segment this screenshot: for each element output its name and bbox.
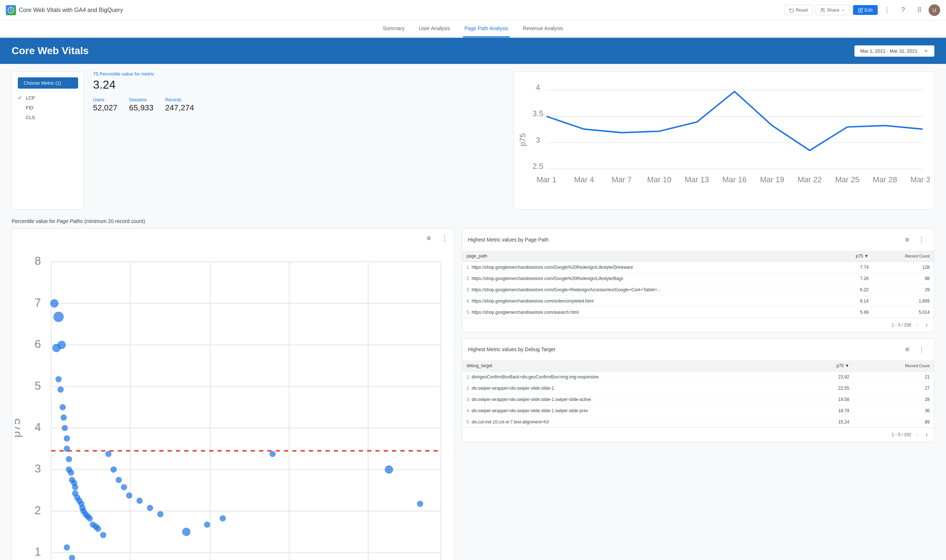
records-value: 247,274: [165, 103, 194, 112]
svg-text:Mar 1: Mar 1: [536, 175, 556, 184]
debug-prev-button[interactable]: ‹: [914, 431, 920, 439]
choose-metric-button[interactable]: Choose Metric (1): [18, 77, 78, 89]
svg-point-57: [55, 376, 62, 382]
svg-text:8: 8: [34, 255, 41, 267]
target-cell: 5.div.col-md-10.col-xl-7.text-alignment>…: [462, 416, 802, 428]
nav-tabs: Summary User Analysis Page Path Analysis…: [0, 20, 946, 38]
dropdown-icon: [923, 48, 929, 53]
target-cell: 3.div.swiper-wrapper>div.swiper-slide.sl…: [462, 394, 802, 405]
page-path-filter-button[interactable]: ⚙: [901, 233, 914, 246]
reset-button[interactable]: Reset: [784, 5, 813, 15]
svg-text:2: 2: [34, 504, 41, 517]
table-row: 1.div#geoConfirmBoxBack>div.geoConfirmBo…: [462, 371, 934, 382]
debug-table: debug_target p75 ▼ Record Count 1.div#ge…: [462, 360, 934, 428]
svg-point-77: [86, 515, 92, 521]
share-button[interactable]: Share: [816, 5, 850, 15]
page-path-table-card: Highest Metric values by Page Path ⚙ ⋮ p…: [462, 228, 934, 332]
svg-point-62: [63, 446, 70, 452]
svg-point-84: [61, 414, 67, 420]
edit-button[interactable]: Edit: [853, 5, 878, 15]
percentile-label: 75 Percentile value for metric: [93, 71, 505, 77]
users-label: Users: [93, 97, 117, 102]
p75-cell: 19.58: [802, 394, 854, 405]
svg-text:4: 4: [34, 421, 41, 434]
path-cell: 2.https://shop.googlemerchandisestore.co…: [462, 273, 834, 284]
lcp-check-icon: ✓: [18, 95, 23, 101]
p75-cell: 23.92: [802, 371, 854, 382]
metric-lcp[interactable]: ✓ LCP: [18, 93, 78, 103]
table-row: 3.div.swiper-wrapper>div.swiper-slide.sl…: [462, 394, 934, 405]
main-content: Choose Metric (1) ✓ LCP ✓ FID ✓ CLS 75 P…: [0, 64, 946, 560]
svg-text:3: 3: [536, 136, 540, 145]
svg-point-80: [95, 526, 101, 532]
tab-revenue-analysis[interactable]: Revenue Analysis: [521, 20, 565, 37]
path-cell: 5.https://shop.googlemerchandisestore.co…: [462, 306, 834, 318]
metric-selector-card: Choose Metric (1) ✓ LCP ✓ FID ✓ CLS: [12, 71, 84, 209]
svg-point-83: [57, 341, 66, 349]
debug-table-actions: ⚙ ⋮: [901, 343, 928, 356]
chart-controls: ⚙ ⋮: [15, 232, 451, 245]
debug-more-button[interactable]: ⋮: [915, 343, 928, 356]
svg-text:Mar 31: Mar 31: [911, 175, 930, 184]
debug-filter-button[interactable]: ⚙: [901, 343, 914, 356]
table-row: 1.https://shop.googlemerchandisestore.co…: [462, 262, 934, 273]
topbar: Core Web Vitals with GA4 and BigQuery Re…: [0, 0, 946, 20]
svg-text:Mar 19: Mar 19: [760, 175, 784, 184]
table-row: 2.div.swiper-wrapper>div.swiper-slide.sl…: [462, 382, 934, 394]
tab-page-path-analysis[interactable]: Page Path Analysis: [463, 20, 510, 37]
col-debug-p75: p75 ▼: [802, 360, 854, 372]
page-path-next-button[interactable]: ›: [923, 321, 930, 329]
svg-point-55: [50, 299, 59, 307]
percentile-value: 3.24: [93, 78, 505, 92]
p75-cell: 5.99: [834, 306, 873, 318]
p75-cell: 7.26: [834, 273, 873, 284]
date-range-button[interactable]: Mar 1, 2021 - Mar 31, 2021: [854, 45, 934, 57]
svg-text:6: 6: [34, 338, 41, 351]
col-page-path: page_path: [462, 251, 834, 262]
scatter-filter-button[interactable]: ⚙: [422, 232, 435, 245]
svg-text:2.5: 2.5: [533, 162, 544, 171]
tab-user-analysis[interactable]: User Analysis: [418, 20, 451, 37]
help-button[interactable]: ?: [897, 4, 910, 17]
svg-point-88: [121, 484, 127, 490]
records-label: Records: [165, 97, 194, 102]
p75-cell: 6.22: [834, 284, 873, 295]
metric-fid[interactable]: ✓ FID: [18, 103, 78, 112]
svg-point-100: [69, 555, 75, 560]
page-path-more-button[interactable]: ⋮: [915, 233, 928, 246]
stat-users: Users 52,027: [93, 97, 117, 112]
avatar[interactable]: U: [929, 5, 940, 16]
edit-icon: [858, 8, 863, 13]
count-cell: 27: [854, 382, 934, 394]
users-value: 52,027: [93, 103, 117, 112]
metric-cls[interactable]: ✓ CLS: [18, 112, 78, 122]
debug-next-button[interactable]: ›: [923, 431, 930, 439]
svg-text:4: 4: [536, 83, 540, 92]
col-debug-record-count: Record Count: [854, 360, 934, 372]
count-cell: 88: [873, 273, 934, 284]
count-cell: 28: [854, 394, 934, 405]
more-options-button[interactable]: ⋮: [881, 4, 894, 17]
svg-point-85: [105, 451, 111, 457]
page-path-prev-button[interactable]: ‹: [914, 321, 920, 329]
table-row: 5.div.col-md-10.col-xl-7.text-alignment>…: [462, 416, 934, 428]
svg-point-87: [116, 477, 122, 483]
svg-point-82: [53, 312, 64, 322]
svg-point-86: [111, 466, 117, 472]
right-col: Highest Metric values by Page Path ⚙ ⋮ p…: [462, 228, 934, 560]
scatter-more-button[interactable]: ⋮: [438, 232, 451, 245]
scatter-section-title: Percentile value for Page Paths (minimum…: [12, 218, 934, 224]
page-path-pagination: 1 - 5 / 336 ‹ ›: [462, 318, 934, 332]
col-debug-target: debug_target: [462, 360, 802, 372]
svg-text:Mar 4: Mar 4: [574, 175, 594, 184]
svg-text:Mar 22: Mar 22: [797, 175, 822, 184]
chevron-down-icon: [841, 8, 845, 12]
count-cell: 89: [854, 416, 934, 428]
svg-point-92: [157, 511, 163, 517]
tab-summary[interactable]: Summary: [381, 20, 406, 37]
count-cell: 128: [873, 262, 934, 273]
sessions-value: 65,933: [129, 103, 153, 112]
apps-button[interactable]: ⠿: [912, 4, 926, 17]
svg-point-90: [137, 497, 143, 504]
table-header-row: page_path p75 ▼ Record Count: [462, 251, 934, 262]
